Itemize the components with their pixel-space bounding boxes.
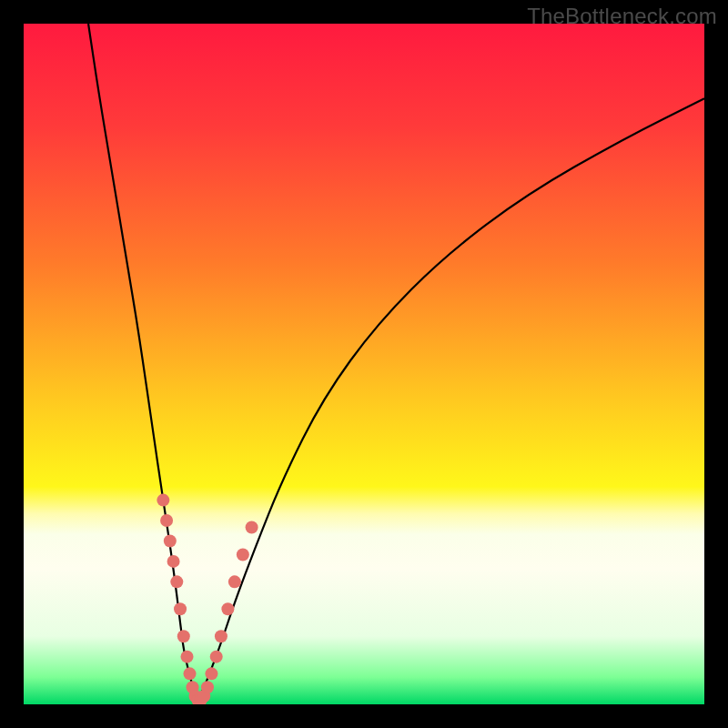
data-marker bbox=[237, 548, 249, 561]
data-marker bbox=[174, 602, 187, 615]
data-marker bbox=[167, 555, 180, 568]
data-marker bbox=[184, 667, 197, 680]
watermark-label: TheBottleneck.com bbox=[527, 4, 717, 29]
data-marker bbox=[246, 521, 258, 534]
curve-right-branch bbox=[197, 98, 704, 701]
data-marker bbox=[205, 667, 217, 680]
data-marker bbox=[221, 602, 234, 615]
plot-area bbox=[24, 24, 704, 704]
data-marker bbox=[164, 534, 177, 547]
data-marker bbox=[215, 630, 228, 642]
data-marker bbox=[157, 494, 169, 507]
curve-layer bbox=[24, 24, 704, 704]
data-marker bbox=[210, 651, 223, 663]
curve-left-branch bbox=[88, 24, 197, 701]
data-marker bbox=[170, 575, 183, 588]
marker-group bbox=[157, 494, 258, 704]
data-marker bbox=[181, 651, 194, 663]
data-marker bbox=[160, 514, 173, 527]
data-marker bbox=[228, 575, 241, 588]
data-marker bbox=[201, 681, 214, 693]
chart-frame: TheBottleneck.com bbox=[0, 0, 728, 728]
data-marker bbox=[177, 630, 190, 642]
